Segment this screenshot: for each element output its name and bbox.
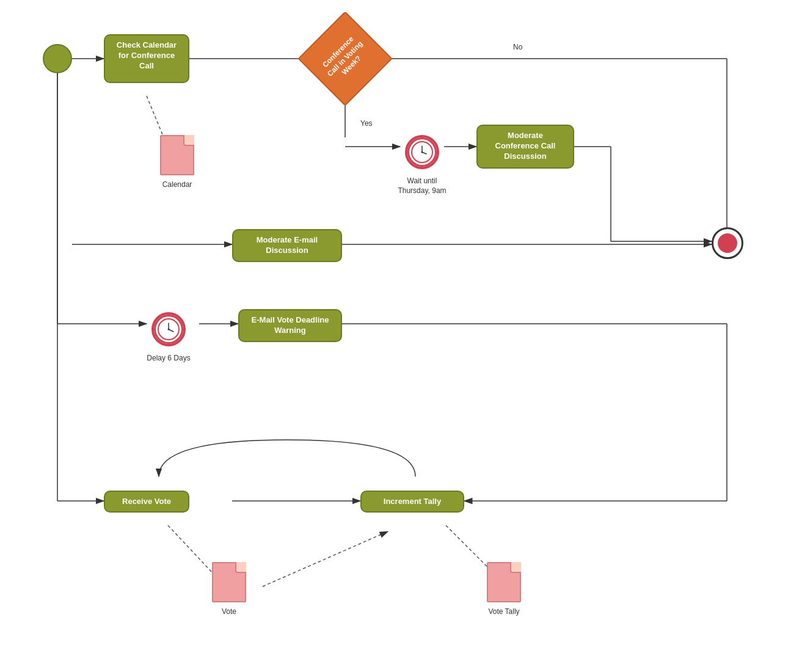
wait-thursday-node: Wait untilThursday, 9am [400, 130, 444, 174]
calendar-doc-node: Calendar [156, 134, 199, 189]
end-circle-inner [718, 233, 737, 253]
wait-clock [405, 135, 439, 169]
moderate-email-box: Moderate E-mailDiscussion [232, 229, 342, 262]
calendar-doc-label: Calendar [162, 180, 192, 190]
increment-tally-box: Increment Tally [360, 491, 464, 513]
svg-line-22 [263, 531, 388, 586]
vote-doc-label: Vote [222, 607, 236, 617]
no-edge-label: No [513, 43, 522, 51]
start-node [43, 44, 72, 73]
moderate-conference-box: ModerateConference CallDiscussion [476, 125, 574, 169]
delay-label: Delay 6 Days [141, 354, 196, 363]
conference-call-decision-node: ConferenceCall in VotingWeek? [312, 25, 379, 92]
calendar-doc-shape [160, 135, 194, 175]
wait-thursday-label: Wait untilThursday, 9am [392, 177, 453, 195]
receive-vote-box: Receive Vote [104, 491, 189, 513]
increment-tally-node: Increment Tally [360, 484, 464, 519]
email-vote-warning-box: E-Mail Vote DeadlineWarning [238, 309, 342, 342]
check-calendar-node: Check Calendar for Conference Call [104, 21, 189, 96]
vote-tally-doc-shape [487, 562, 521, 602]
email-vote-warning-node: E-Mail Vote DeadlineWarning [238, 307, 342, 344]
moderate-conference-node: ModerateConference CallDiscussion [476, 122, 574, 171]
delay-node: Delay 6 Days [147, 307, 191, 351]
end-circle-outer [712, 227, 743, 259]
moderate-email-node: Moderate E-mailDiscussion [232, 227, 342, 264]
vote-doc-shape [212, 562, 246, 602]
activity-diagram: Check Calendar for Conference Call Calen… [0, 0, 802, 672]
end-node [712, 227, 743, 259]
vote-doc-node: Vote [208, 562, 250, 623]
start-circle [43, 44, 72, 73]
yes-edge-label: Yes [360, 119, 373, 128]
svg-point-30 [421, 152, 423, 153]
vote-tally-doc-label: Vote Tally [488, 607, 519, 617]
receive-vote-node: Receive Vote [104, 484, 189, 519]
svg-line-21 [168, 525, 214, 574]
svg-point-34 [168, 329, 170, 331]
check-calendar-box: Check Calendar for Conference Call [104, 34, 189, 83]
vote-tally-doc-node: Vote Tally [483, 562, 525, 623]
delay-clock [151, 312, 186, 346]
